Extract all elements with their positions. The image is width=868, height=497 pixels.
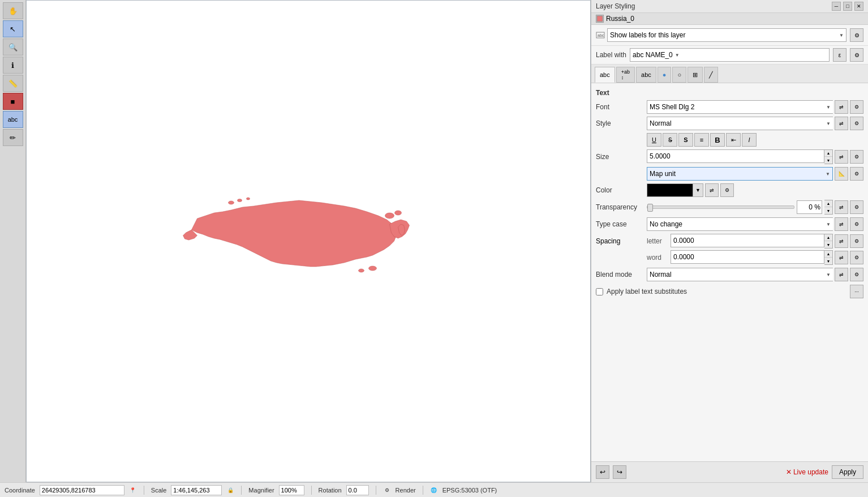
word-down-btn[interactable]: ▼: [824, 258, 832, 264]
magnifier-input[interactable]: [279, 485, 304, 495]
font-row: Font MS Shell Dlg 2 ▼ ⇌ ⚙: [596, 100, 863, 114]
substitutes-ellipsis-btn[interactable]: ···: [850, 285, 863, 298]
letter-action-btn[interactable]: ⇌: [835, 234, 848, 248]
typecase-action-btn[interactable]: ⇌: [835, 217, 848, 231]
color-settings-btn[interactable]: ⚙: [720, 183, 734, 197]
underline-btn[interactable]: U: [647, 133, 661, 147]
scale-input[interactable]: [171, 485, 222, 495]
font-settings-btn[interactable]: ⚙: [850, 100, 863, 114]
color-dropdown-btn[interactable]: ▼: [693, 184, 703, 196]
word-spacing-row: word ▲ ▼ ⇌ ⚙: [596, 250, 863, 265]
label-with-settings-btn[interactable]: ⚙: [850, 48, 863, 62]
mapunit-ruler-btn[interactable]: 📐: [835, 167, 848, 181]
tab-style[interactable]: abc: [636, 67, 656, 83]
transparency-action-btn[interactable]: ⇌: [835, 200, 848, 214]
pencil-btn[interactable]: ✏: [3, 129, 23, 146]
select-tool-btn[interactable]: ↖: [3, 20, 23, 37]
align-btn[interactable]: ≡: [694, 133, 709, 147]
big-b-btn[interactable]: B: [710, 133, 725, 147]
size-down-btn[interactable]: ▼: [824, 157, 832, 164]
mapunit-value: Map unit: [650, 170, 676, 178]
transparency-label: Transparency: [596, 203, 647, 211]
color-swatch-group: ▼: [647, 183, 703, 197]
blendmode-settings-btn[interactable]: ⚙: [850, 268, 863, 281]
tab-line[interactable]: ╱: [704, 67, 718, 83]
strikethrough-btn[interactable]: S̶: [663, 133, 677, 147]
typecase-dropdown[interactable]: No change ▼: [647, 217, 833, 231]
style-action-btn[interactable]: ⇌: [835, 117, 848, 130]
text-section-header: Text: [596, 89, 863, 97]
size-input-group: 5.0000 ▲ ▼: [647, 149, 833, 164]
layer-color-btn[interactable]: ■: [3, 93, 23, 110]
blendmode-action-btn[interactable]: ⇌: [835, 268, 848, 281]
font-action-btn[interactable]: ⇌: [835, 100, 848, 114]
undo-btn[interactable]: ↩: [596, 465, 609, 479]
style-label: Style: [596, 119, 647, 127]
size-input[interactable]: 5.0000: [647, 149, 824, 163]
coordinate-label: Coordinate: [5, 487, 35, 494]
panel-maximize-btn[interactable]: □: [843, 2, 852, 11]
layer-name: Russia_0: [606, 15, 634, 23]
mapunit-settings-btn[interactable]: ⚙: [850, 167, 863, 181]
bold-s-btn[interactable]: S: [678, 133, 693, 147]
abc-btn[interactable]: abc: [3, 111, 23, 128]
transparency-settings-btn[interactable]: ⚙: [850, 200, 863, 214]
mapunit-dropdown[interactable]: Map unit ▼: [647, 167, 833, 181]
apply-button[interactable]: Apply: [832, 465, 863, 479]
identify-btn[interactable]: ℹ: [3, 57, 23, 74]
panel-close-btn[interactable]: ✕: [854, 2, 863, 11]
measure-btn[interactable]: 📏: [3, 75, 23, 92]
panel-minimize-btn[interactable]: ─: [832, 2, 841, 11]
transparency-up-btn[interactable]: ▲: [824, 200, 832, 207]
word-up-btn[interactable]: ▲: [824, 251, 832, 258]
transparency-down-btn[interactable]: ▼: [824, 207, 832, 214]
letter-up-btn[interactable]: ▲: [824, 234, 832, 241]
style-dropdown[interactable]: Normal ▼: [647, 117, 833, 130]
rotation-input[interactable]: [346, 485, 369, 495]
crs-icon: 🌐: [430, 486, 438, 494]
color-action-btn[interactable]: ⇌: [705, 183, 719, 197]
transparency-thumb[interactable]: [647, 204, 653, 212]
tab-abc[interactable]: abc: [595, 67, 615, 83]
letter-spacing-input[interactable]: [671, 234, 824, 247]
tab-pos[interactable]: +ab↕: [616, 67, 635, 83]
apply-substitutes-checkbox[interactable]: [596, 288, 603, 295]
show-labels-dropdown[interactable]: Show labels for this layer ▼: [607, 28, 846, 42]
color-label: Color: [596, 186, 647, 194]
style-settings-btn[interactable]: ⚙: [850, 117, 863, 130]
word-settings-btn[interactable]: ⚙: [850, 251, 863, 264]
typecase-settings-btn[interactable]: ⚙: [850, 217, 863, 231]
transparency-input[interactable]: [797, 200, 822, 214]
tab-blue[interactable]: ●: [658, 67, 672, 83]
letter-down-btn[interactable]: ▼: [824, 241, 832, 248]
size-up-btn[interactable]: ▲: [824, 150, 832, 157]
sep2: [241, 486, 242, 495]
color-swatch[interactable]: [647, 184, 693, 196]
redo-btn[interactable]: ↪: [613, 465, 626, 479]
blendmode-control-group: Normal ▼: [647, 268, 833, 281]
coordinate-input[interactable]: [40, 485, 124, 495]
letter-settings-btn[interactable]: ⚙: [850, 234, 863, 248]
zoom-in-btn[interactable]: 🔍: [3, 38, 23, 55]
layer-icon: [596, 15, 604, 23]
blendmode-dropdown[interactable]: Normal ▼: [647, 268, 833, 281]
layer-name-row: Russia_0: [591, 13, 868, 25]
word-spacing-input[interactable]: [671, 250, 824, 264]
font-dropdown[interactable]: MS Shell Dlg 2 ▼: [647, 100, 833, 114]
size-settings-btn[interactable]: ⚙: [850, 150, 863, 164]
italic-i-btn[interactable]: I: [742, 133, 757, 147]
transparency-track[interactable]: [647, 205, 794, 209]
pan-tool-btn[interactable]: ✋: [3, 2, 23, 19]
size-action-btn[interactable]: ⇌: [835, 150, 848, 164]
sep4: [376, 486, 376, 495]
indent-left-btn[interactable]: ⇤: [726, 133, 741, 147]
tab-circle[interactable]: ○: [672, 67, 686, 83]
sep5: [423, 486, 423, 495]
tab-grid[interactable]: ⊞: [687, 67, 703, 83]
word-spacing-label: word: [647, 254, 671, 262]
word-action-btn[interactable]: ⇌: [835, 251, 848, 264]
label-with-dropdown[interactable]: abc NAME_0 ▼: [630, 48, 830, 62]
apply-substitutes-row: Apply label text substitutes ···: [596, 285, 863, 298]
label-with-expr-btn[interactable]: ε: [833, 48, 846, 62]
show-labels-settings-btn[interactable]: ⚙: [850, 28, 863, 42]
